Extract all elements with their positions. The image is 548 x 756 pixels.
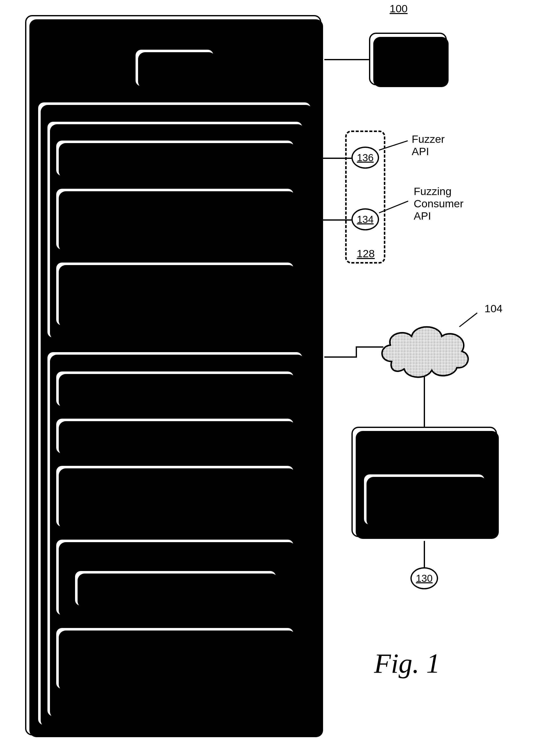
fuzzed-buffer-subtitle: (Mutation Template): [56, 555, 293, 568]
connector-cd-cloud-h1: [324, 356, 357, 358]
other-modules-ref: 120: [56, 308, 293, 321]
fuzzer-api-circle: 136: [351, 147, 379, 169]
valid-input-title: Valid Input Data: [56, 424, 293, 436]
valid-input-box: Valid Input Data 126: [55, 417, 295, 455]
display-device-box: Display Device 144: [369, 33, 447, 85]
fuzzer-api-ref: 136: [357, 152, 374, 163]
api-group-ref: 128: [357, 247, 375, 260]
malformed-data-ref: 122: [56, 390, 293, 402]
connector-cd-display: [324, 59, 369, 60]
fuzzed-buffer-outref: 140: [250, 543, 268, 555]
display-device-line2: Device: [370, 51, 446, 64]
remote-device-ref: 106: [353, 458, 496, 470]
fuzzing-schema-ref: 132: [56, 512, 293, 524]
tested-apps-ref: 124: [364, 508, 484, 520]
connector-processor-memory: [174, 91, 175, 101]
connector-remote-circle: [424, 541, 425, 569]
other-program-data-title: Other Program Data: [56, 632, 293, 644]
fuzzing-engine-box: Fuzzing Engine 116: [55, 139, 295, 177]
connector-cloud-remote: [424, 376, 425, 427]
fuzzed-buffer-box: Fuzzed Data Buffer 140 (Mutation Templat…: [55, 538, 295, 616]
fuzzer-api-label: Fuzzer API: [412, 133, 445, 158]
system-memory-title: System Memory: [38, 105, 311, 118]
malformed-data-title: Malformed Data: [56, 376, 293, 389]
test-automation-ref: 118: [56, 234, 293, 246]
fuzzing-schema-title: Fuzzing Data Schema: [56, 469, 293, 482]
tree-ref: 138: [75, 589, 276, 601]
other-modules-subtitle: (E.g., Operating System, XML Editor, Wor…: [56, 279, 283, 303]
program-data-box: Program Data 114 Malformed Data 122 Vali…: [46, 351, 303, 717]
figure-ref-100: 100: [390, 3, 408, 15]
consumer-api-label: Fuzzing Consumer API: [414, 185, 463, 222]
cloud-icon: [377, 316, 472, 382]
tested-apps-box: Tested Software Application(s) 124: [363, 473, 486, 526]
processors-box: Processor(s) 108: [134, 48, 215, 87]
remote-device-box: Remote Computing Device 106 Tested Softw…: [351, 427, 497, 537]
other-modules-box: Other Program Modules (E.g., Operating S…: [55, 261, 295, 327]
fuzzing-schema-subtitle: (Describes Well-Formed Input with Groups…: [56, 482, 283, 507]
computing-device-ref: 102: [26, 32, 320, 45]
tree-title: Tree of Groups and Elements: [75, 576, 276, 588]
remote-circle-ref: 130: [416, 573, 433, 584]
other-program-data-box: Other Program Data ( E.G., Fuzzed Packet…: [55, 627, 295, 690]
remote-device-title: Remote Computing Device: [353, 431, 481, 456]
remote-circle: 130: [410, 567, 438, 589]
other-modules-title: Other Program Modules: [56, 266, 293, 278]
tree-box: Tree of Groups and Elements 138: [74, 570, 277, 607]
display-device-ref: 144: [370, 65, 446, 77]
connector-cd-cloud-v: [356, 346, 357, 358]
test-automation-subtitle: (E.g., Functional Test(s) Modified to Ca…: [56, 205, 283, 230]
cloud-ref: 104: [484, 302, 503, 315]
program-modules-ref: 112: [253, 125, 271, 138]
display-device-line1: Display: [370, 39, 446, 51]
fuzzing-engine-title: Fuzzing Engine: [56, 146, 293, 158]
other-program-data-ref: 142: [56, 674, 293, 686]
fuzzing-schema-box: Fuzzing Data Schema (Describes Well-Form…: [55, 465, 295, 528]
program-modules-box: Program Modules 112 Fuzzing Engine 116 T…: [46, 120, 303, 339]
consumer-api-circle: 134: [351, 208, 379, 230]
computing-device-title: Computing Device: [26, 20, 320, 32]
malformed-data-box: Malformed Data 122: [55, 370, 295, 407]
other-program-data-subtitle: ( E.G., Fuzzed Packets, Fuzz Testing Res…: [56, 644, 283, 669]
test-automation-title: Test Automation Tool(s): [56, 193, 293, 205]
program-data-ref: 114: [253, 356, 271, 368]
test-automation-box: Test Automation Tool(s) (E.g., Functiona…: [55, 187, 295, 251]
system-memory-box: System Memory 110 Program Modules 112 Fu…: [37, 101, 312, 726]
consumer-api-ref: 134: [357, 214, 374, 225]
figure-label: Fig. 1: [374, 648, 440, 679]
system-memory-ref: 110: [252, 106, 270, 119]
processors-ref: 108: [136, 68, 213, 81]
valid-input-ref: 126: [56, 437, 293, 449]
fuzzing-engine-ref: 116: [56, 159, 293, 171]
tested-apps-title: Tested Software Application(s): [364, 479, 469, 504]
processors-title: Processor(s): [136, 55, 213, 68]
computing-device-box: Computing Device 102 Processor(s) 108 Sy…: [25, 15, 321, 735]
